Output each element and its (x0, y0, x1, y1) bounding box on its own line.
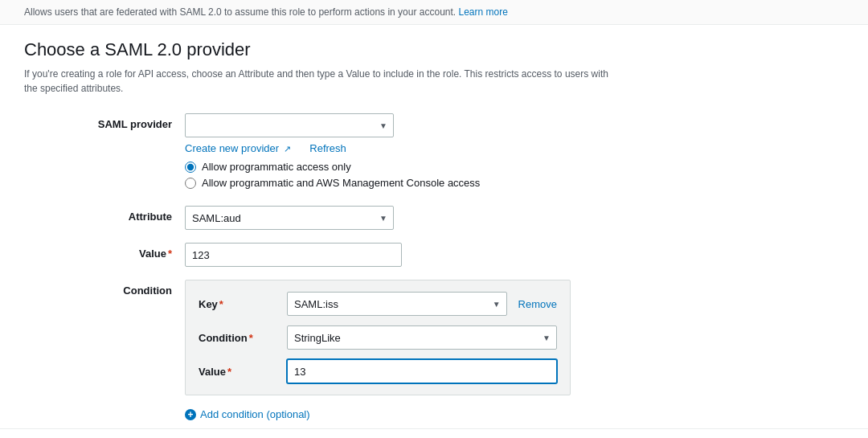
add-condition-icon: + (185, 409, 196, 420)
section-title: Choose a SAML 2.0 provider (24, 39, 844, 60)
condition-key-select-wrapper: SAML:iss SAML:aud SAML:sub (287, 292, 507, 316)
saml-provider-select-wrapper (185, 113, 394, 137)
top-notice: Allows users that are federated with SAM… (0, 0, 868, 25)
value-label: Value (24, 243, 185, 260)
learn-more-link[interactable]: Learn more (459, 6, 508, 18)
value-control (185, 243, 571, 267)
add-condition-label: Add condition (optional) (200, 408, 310, 420)
saml-provider-control: Create new provider ↗ Refresh Allow prog… (185, 113, 571, 193)
radio-programmatic-console-input[interactable] (185, 178, 196, 189)
main-content: Choose a SAML 2.0 provider If you're cre… (0, 25, 868, 428)
form-section: SAML provider Create new provider ↗ R (24, 113, 844, 395)
radio-programmatic-console: Allow programmatic and AWS Management Co… (185, 177, 571, 189)
condition-value-label: Value (199, 366, 287, 378)
radio-programmatic-only: Allow programmatic access only (185, 161, 571, 173)
top-notice-text: Allows users that are federated with SAM… (24, 6, 456, 18)
condition-condition-label: Condition (199, 332, 287, 344)
condition-box: Key SAML:iss SAML:aud SAML:sub Remove (185, 280, 571, 395)
attribute-select-wrapper: SAML:aud SAML:sub SAML:iss SAML:namequal… (185, 206, 394, 230)
radio-programmatic-only-input[interactable] (185, 162, 196, 173)
condition-key-select[interactable]: SAML:iss SAML:aud SAML:sub (287, 292, 507, 316)
condition-condition-select[interactable]: StringLike StringEquals StringNotEquals (287, 325, 557, 350)
radio-programmatic-console-label: Allow programmatic and AWS Management Co… (202, 177, 480, 189)
condition-control: Key SAML:iss SAML:aud SAML:sub Remove (185, 280, 571, 395)
radio-programmatic-only-label: Allow programmatic access only (202, 161, 351, 173)
condition-condition-row: Condition StringLike StringEquals String… (199, 325, 557, 350)
remove-condition-button[interactable]: Remove (507, 298, 557, 310)
saml-provider-label: SAML provider (24, 113, 185, 130)
saml-provider-row: SAML provider Create new provider ↗ R (24, 113, 844, 193)
add-condition-button[interactable]: + Add condition (optional) (185, 408, 310, 420)
section-description: If you're creating a role for API access… (24, 67, 619, 96)
value-input[interactable] (185, 243, 402, 267)
value-row: Value (24, 243, 844, 267)
condition-value-row: Value (199, 359, 557, 383)
refresh-link[interactable]: Refresh (309, 142, 346, 154)
condition-key-label: Key (199, 298, 287, 310)
attribute-row: Attribute SAML:aud SAML:sub SAML:iss SAM… (24, 206, 844, 230)
condition-label: Condition (24, 280, 185, 297)
attribute-control: SAML:aud SAML:sub SAML:iss SAML:namequal… (185, 206, 571, 230)
condition-condition-select-wrapper: StringLike StringEquals StringNotEquals (287, 325, 557, 350)
attribute-label: Attribute (24, 206, 185, 223)
add-condition-row: + Add condition (optional) (185, 408, 844, 420)
external-link-icon: ↗ (284, 144, 291, 154)
provider-links-row: Create new provider ↗ Refresh (185, 142, 571, 154)
condition-key-row: Key SAML:iss SAML:aud SAML:sub Remove (199, 292, 557, 316)
page-container: Allows users that are federated with SAM… (0, 0, 868, 438)
condition-row: Condition Key SAML:iss SAML:aud SAML:sub (24, 280, 844, 395)
attribute-select[interactable]: SAML:aud SAML:sub SAML:iss SAML:namequal… (185, 206, 394, 230)
condition-value-input[interactable] (287, 359, 557, 383)
create-new-provider-link[interactable]: Create new provider ↗ (185, 142, 291, 154)
access-radio-group: Allow programmatic access only Allow pro… (185, 161, 571, 189)
footer: * Required Cancel Next: Permissions (0, 428, 868, 438)
link-separator (299, 142, 302, 154)
saml-provider-select[interactable] (185, 113, 394, 137)
